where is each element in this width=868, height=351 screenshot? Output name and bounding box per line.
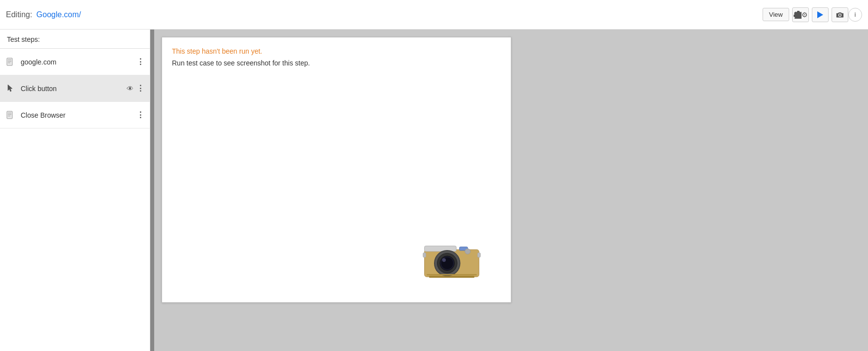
document-icon-2 (6, 111, 14, 120)
cursor-svg-icon (6, 84, 14, 93)
step-item-google-com[interactable]: google.com ⋮ (0, 49, 150, 75)
gear-icon (794, 11, 801, 19)
play-icon (817, 11, 823, 18)
camera-icon (836, 11, 844, 18)
svg-rect-18 (427, 274, 477, 276)
more-menu-icon-3[interactable]: ⋮ (136, 110, 145, 120)
svg-rect-1 (7, 58, 12, 65)
url-label: Google.com/ (36, 10, 81, 19)
step-actions-2: 👁 ⋮ (127, 84, 145, 93)
resize-handle[interactable] (150, 30, 154, 351)
app-header: Editing: Google.com/ View ⚙ i (0, 0, 868, 30)
more-menu-icon-1[interactable]: ⋮ (136, 57, 145, 66)
play-button[interactable] (812, 7, 829, 22)
svg-rect-7 (8, 114, 11, 115)
content-area: This step hasn't been run yet. Run test … (154, 30, 868, 351)
svg-rect-3 (8, 61, 11, 62)
info-icon: i (855, 11, 856, 18)
not-run-message: This step hasn't been run yet. (172, 47, 501, 55)
main-area: Test steps: google.com ⋮ (0, 30, 868, 351)
sidebar-title: Test steps: (0, 30, 150, 48)
svg-rect-19 (429, 276, 474, 278)
sidebar: Test steps: google.com ⋮ (0, 30, 150, 351)
svg-rect-10 (425, 246, 457, 252)
step-label-click-button: Click button (21, 85, 127, 93)
svg-rect-2 (8, 60, 11, 60)
eye-icon[interactable]: 👁 (127, 85, 134, 93)
step-item-close-browser[interactable]: Close Browser ⋮ (0, 102, 150, 128)
info-button[interactable]: i (848, 8, 862, 22)
step-label-close-browser: Close Browser (21, 111, 136, 119)
settings-button[interactable]: ⚙ (792, 7, 809, 22)
camera-illustration (422, 236, 481, 283)
cursor-icon-1 (5, 83, 16, 94)
camera-button[interactable] (832, 7, 848, 22)
camera-illustration-svg (422, 236, 481, 281)
step-actions-3: ⋮ (136, 110, 145, 120)
svg-rect-4 (8, 63, 10, 63)
step-item-click-button[interactable]: Click button 👁 ⋮ (0, 75, 150, 102)
step-actions-1: ⋮ (136, 57, 145, 66)
more-menu-icon-2[interactable]: ⋮ (136, 84, 145, 93)
header-title: Editing: Google.com/ (6, 10, 763, 19)
svg-rect-6 (8, 113, 11, 113)
svg-marker-0 (817, 11, 823, 18)
editing-label: Editing: (6, 10, 32, 19)
svg-point-17 (465, 249, 470, 254)
screenshot-panel: This step hasn't been run yet. Run test … (162, 37, 511, 303)
svg-rect-8 (8, 116, 10, 116)
view-button[interactable]: View (763, 8, 789, 21)
svg-rect-21 (478, 253, 481, 257)
svg-rect-20 (423, 253, 426, 257)
svg-point-16 (442, 258, 446, 262)
document-icon (6, 58, 14, 66)
header-toolbar: View ⚙ (763, 7, 848, 22)
screenshot-message: This step hasn't been run yet. Run test … (162, 37, 511, 72)
page-icon-2 (5, 110, 16, 121)
run-hint-message: Run test case to see screenshot for this… (172, 59, 501, 67)
page-icon-1 (5, 57, 16, 67)
step-label-google-com: google.com (21, 58, 136, 66)
svg-rect-5 (7, 111, 12, 119)
